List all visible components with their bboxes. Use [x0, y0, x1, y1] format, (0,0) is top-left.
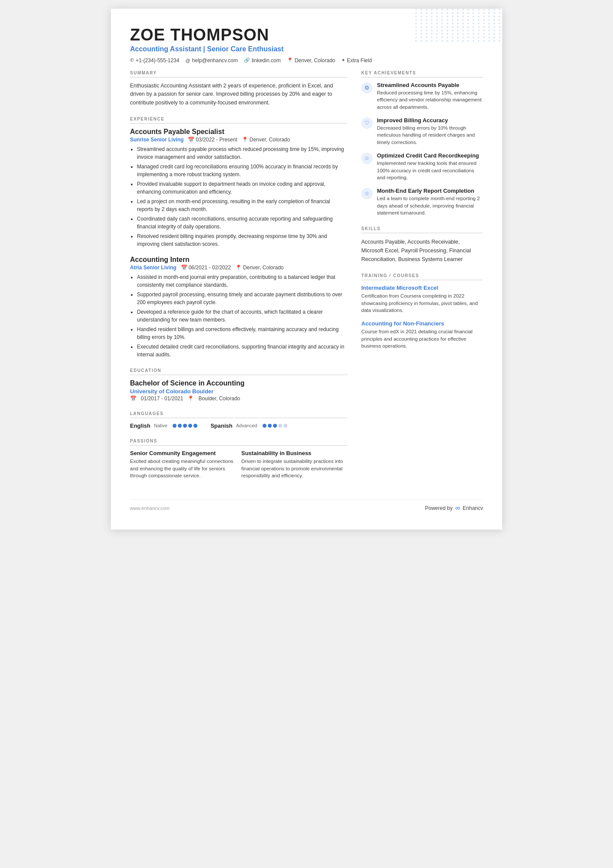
achievement-title: Optimized Credit Card Recordkeeping — [377, 152, 483, 159]
job-title-1: Accounting Intern — [130, 256, 347, 264]
list-item: Provided invaluable support to departmen… — [137, 180, 347, 196]
passions-grid: Senior Community EngagementExcited about… — [130, 450, 347, 479]
summary-text: Enthusiastic Accounting Assistant with 2… — [130, 82, 347, 107]
filled-dot — [173, 424, 177, 428]
email-icon: @ — [185, 58, 190, 63]
achievement-text: Improved Billing AccuracyDecreased billi… — [377, 117, 483, 146]
training-title: Intermediate Microsoft Excel — [361, 285, 483, 291]
summary-section: SUMMARY Enthusiastic Accounting Assistan… — [130, 70, 347, 107]
job-date-0: 📅 03/2022 - Present — [188, 137, 237, 143]
achievement-item: ☆Month-End Early Report CompletionLed a … — [361, 188, 483, 217]
job-title-0: Accounts Payable Specialist — [130, 128, 347, 136]
achievement-item: ☆Optimized Credit Card RecordkeepingImpl… — [361, 152, 483, 181]
contact-location: 📍 Denver, Colorado — [287, 57, 335, 64]
training-title: Accounting for Non-Financiers — [361, 320, 483, 327]
passion-name: Senior Community Engagement — [130, 450, 236, 456]
achievement-text: Month-End Early Report CompletionLed a t… — [377, 188, 483, 217]
achievement-item: ♡Improved Billing AccuracyDecreased bill… — [361, 117, 483, 146]
job-block-0: Accounts Payable Specialist Sunrise Seni… — [130, 128, 347, 248]
skills-section: SKILLS Accounts Payable, Accounts Receiv… — [361, 226, 483, 264]
edu-meta: 📅 01/2017 - 01/2021 📍 Boulder, Colorado — [130, 395, 347, 402]
footer: www.enhancv.com Powered by ∞ Enhancv — [130, 499, 483, 512]
job-block-1: Accounting Intern Atria Senior Living 📅 … — [130, 256, 347, 359]
language-item: SpanishAdvanced — [210, 422, 287, 429]
list-item: Supported payroll processing, ensuring t… — [137, 291, 347, 306]
footer-website: www.enhancv.com — [130, 506, 170, 511]
passion-desc: Excited about creating meaningful connec… — [130, 458, 236, 479]
edu-calendar-icon: 📅 — [130, 395, 137, 402]
language-name: English — [130, 422, 150, 429]
pin-icon-1: 📍 — [235, 265, 242, 271]
job-location-0: 📍 Denver, Colorado — [242, 137, 290, 143]
passion-desc: Driven to integrate sustainability pract… — [241, 458, 347, 479]
list-item: Resolved resident billing inquiries prom… — [137, 232, 347, 248]
training-label: TRAINING / COURSES — [361, 273, 483, 280]
two-column-layout: SUMMARY Enthusiastic Accounting Assistan… — [130, 70, 483, 489]
enhancv-logo-icon: ∞ — [455, 504, 460, 512]
contact-linkedin: 🔗 linkedin.com — [244, 57, 281, 64]
achievement-desc: Implemented new tracking tools that ensu… — [377, 160, 483, 181]
passions-label: PASSIONS — [130, 439, 347, 446]
empty-dot — [283, 424, 287, 428]
passions-section: PASSIONS Senior Community EngagementExci… — [130, 439, 347, 479]
edu-degree: Bachelor of Science in Accounting — [130, 379, 347, 387]
training-item: Accounting for Non-FinanciersCourse from… — [361, 320, 483, 350]
list-item: Streamlined accounts payable process whi… — [137, 145, 347, 161]
calendar-icon-1: 📅 — [181, 265, 187, 271]
empty-dot — [278, 424, 282, 428]
header-section: ZOE THOMPSON Accounting Assistant | Seni… — [130, 26, 483, 64]
skills-label: SKILLS — [361, 226, 483, 233]
languages-section: LANGUAGES EnglishNativeSpanishAdvanced — [130, 411, 347, 429]
filled-dot — [268, 424, 272, 428]
right-column: KEY ACHIEVEMENTS ⚙Streamlined Accounts P… — [361, 70, 483, 489]
candidate-title: Accounting Assistant | Senior Care Enthu… — [130, 45, 483, 53]
language-level: Native — [154, 423, 167, 428]
achievement-title: Month-End Early Report Completion — [377, 188, 483, 194]
passion-item: Senior Community EngagementExcited about… — [130, 450, 236, 479]
language-dots — [173, 424, 197, 428]
language-item: EnglishNative — [130, 422, 197, 429]
footer-brand: Powered by ∞ Enhancv — [425, 504, 483, 512]
location-icon: 📍 — [287, 57, 293, 63]
achievement-desc: Decreased billing errors by 10% through … — [377, 124, 483, 146]
list-item: Handled resident billings and correction… — [137, 325, 347, 341]
resume-page: ZOE THOMPSON Accounting Assistant | Seni… — [111, 9, 502, 530]
language-dots — [263, 424, 287, 428]
language-level: Advanced — [236, 423, 257, 428]
achievement-icon: ⚙ — [361, 82, 373, 94]
star-icon: ✦ — [341, 57, 345, 63]
pin-icon-0: 📍 — [242, 137, 248, 143]
left-column: SUMMARY Enthusiastic Accounting Assistan… — [130, 70, 347, 489]
training-desc: Certification from Coursera completing i… — [361, 292, 483, 314]
filled-dot — [263, 424, 267, 428]
filled-dot — [178, 424, 182, 428]
edu-pin-icon: 📍 — [187, 395, 194, 402]
achievements-list: ⚙Streamlined Accounts PayableReduced pro… — [361, 82, 483, 217]
achievement-item: ⚙Streamlined Accounts PayableReduced pro… — [361, 82, 483, 111]
filled-dot — [193, 424, 197, 428]
passion-name: Sustainability in Business — [241, 450, 347, 456]
training-desc: Course from edX in 2021 detailing crucia… — [361, 328, 483, 350]
list-item: Assisted in month-end journal entry prep… — [137, 273, 347, 289]
language-name: Spanish — [210, 422, 233, 429]
achievement-title: Streamlined Accounts Payable — [377, 82, 483, 88]
achievement-text: Optimized Credit Card RecordkeepingImple… — [377, 152, 483, 181]
experience-section: EXPERIENCE Accounts Payable Specialist S… — [130, 117, 347, 359]
list-item: Led a project on month-end processing, r… — [137, 198, 347, 213]
job-date-1: 📅 06/2021 - 02/2022 — [181, 265, 231, 271]
education-section: EDUCATION Bachelor of Science in Account… — [130, 368, 347, 402]
filled-dot — [188, 424, 192, 428]
job-bullets-1: Assisted in month-end journal entry prep… — [130, 273, 347, 359]
languages-row: EnglishNativeSpanishAdvanced — [130, 422, 347, 429]
training-section: TRAINING / COURSES Intermediate Microsof… — [361, 273, 483, 350]
languages-label: LANGUAGES — [130, 411, 347, 418]
achievement-text: Streamlined Accounts PayableReduced proc… — [377, 82, 483, 111]
filled-dot — [183, 424, 187, 428]
summary-label: SUMMARY — [130, 70, 347, 77]
passion-item: Sustainability in BusinessDriven to inte… — [241, 450, 347, 479]
job-company-1: Atria Senior Living — [130, 265, 177, 271]
contact-extra: ✦ Extra Field — [341, 57, 372, 64]
job-bullets-0: Streamlined accounts payable process whi… — [130, 145, 347, 248]
contact-phone: ✆ +1-(234)-555-1234 — [130, 57, 179, 64]
phone-icon: ✆ — [130, 57, 134, 63]
